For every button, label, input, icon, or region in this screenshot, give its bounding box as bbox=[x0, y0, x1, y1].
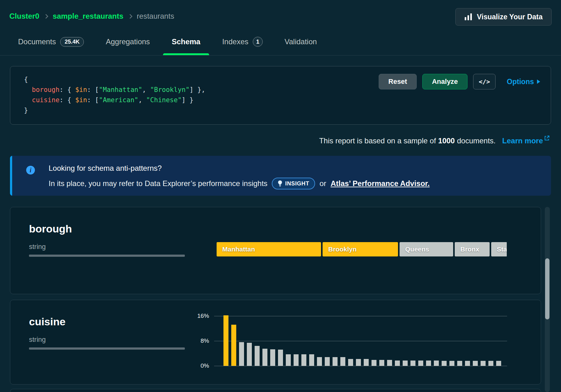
info-banner: i Looking for schema anti-patterns? In i… bbox=[10, 156, 551, 196]
cuisine-bar-33[interactable] bbox=[473, 361, 478, 366]
cuisine-bar-8[interactable] bbox=[278, 350, 283, 366]
cuisine-bar-36[interactable] bbox=[496, 361, 501, 366]
cuisine-bar-12[interactable] bbox=[309, 354, 314, 366]
chevron-right-icon bbox=[44, 14, 49, 19]
tab-documents[interactable]: Documents 25.4K bbox=[18, 37, 84, 55]
insight-badge[interactable]: INSIGHT bbox=[272, 178, 315, 189]
breadcrumb-database[interactable]: sample_restaurants bbox=[53, 12, 123, 21]
cuisine-bar-5[interactable] bbox=[255, 346, 260, 366]
tab-bar: Documents 25.4K Aggregations Schema Inde… bbox=[18, 37, 317, 55]
cuisine-bar-30[interactable] bbox=[449, 361, 454, 366]
sample-note-prefix: This report is based on a sample of bbox=[319, 136, 436, 145]
query-code[interactable]: { borough: { $in: ["Manhattan", "Brookly… bbox=[24, 74, 205, 116]
segment-label: Staten Island bbox=[491, 246, 507, 253]
cuisine-bar-20[interactable] bbox=[372, 360, 376, 366]
tab-aggregations[interactable]: Aggregations bbox=[106, 37, 150, 55]
tabs-divider bbox=[0, 55, 561, 55]
type-distribution-bar bbox=[29, 347, 185, 350]
learn-more-link[interactable]: Learn more bbox=[502, 136, 550, 145]
cuisine-bar-21[interactable] bbox=[379, 360, 384, 366]
bar-chart-icon bbox=[464, 13, 472, 21]
cuisine-bar-10[interactable] bbox=[294, 354, 299, 366]
analyze-button[interactable]: Analyze bbox=[422, 74, 467, 89]
banner-body: In its place, you may refer to Data Expl… bbox=[49, 179, 267, 188]
cuisine-bar-9[interactable] bbox=[286, 354, 291, 366]
banner-conjunction: or bbox=[319, 179, 326, 188]
caret-right-icon bbox=[537, 79, 540, 84]
cuisine-bar-chart: 16% 8% 0% bbox=[214, 316, 507, 366]
lightbulb-icon bbox=[278, 180, 282, 187]
field-name-borough: borough bbox=[29, 223, 72, 235]
cuisine-bar-27[interactable] bbox=[426, 361, 431, 366]
reset-button[interactable]: Reset bbox=[379, 74, 417, 89]
options-label: Options bbox=[507, 78, 534, 86]
banner-title: Looking for schema anti-patterns? bbox=[49, 164, 430, 173]
cuisine-bar-17[interactable] bbox=[348, 359, 353, 366]
cuisine-bar-28[interactable] bbox=[434, 361, 439, 366]
breadcrumb: Cluster0 sample_restaurants restaurants bbox=[9, 12, 174, 21]
cuisine-bar-34[interactable] bbox=[481, 361, 486, 366]
segment-label: Brooklyn bbox=[323, 246, 357, 253]
code-icon: </> bbox=[479, 78, 490, 85]
segment-queens[interactable]: Queens bbox=[400, 242, 453, 256]
cuisine-bar-13[interactable] bbox=[317, 357, 322, 366]
y-axis-label-8: 8% bbox=[190, 337, 209, 344]
cuisine-bar-24[interactable] bbox=[403, 361, 408, 366]
tab-schema-label: Schema bbox=[172, 37, 200, 46]
banner-text: Looking for schema anti-patterns? In its… bbox=[49, 164, 430, 189]
tab-indexes[interactable]: Indexes 1 bbox=[222, 37, 263, 55]
cuisine-bar-16[interactable] bbox=[340, 357, 345, 366]
field-type-borough[interactable]: string bbox=[29, 243, 46, 251]
tab-indexes-label: Indexes bbox=[222, 37, 248, 46]
cuisine-bar-6[interactable] bbox=[262, 349, 267, 366]
tab-schema[interactable]: Schema bbox=[172, 37, 200, 55]
breadcrumb-collection: restaurants bbox=[137, 12, 174, 21]
cuisine-bar-1[interactable] bbox=[223, 315, 228, 366]
scrollbar-thumb[interactable] bbox=[545, 258, 549, 319]
cuisine-bar-18[interactable] bbox=[356, 359, 361, 366]
cuisine-bar-26[interactable] bbox=[418, 361, 423, 366]
segment-bronx[interactable]: Bronx bbox=[455, 242, 490, 256]
code-toggle-button[interactable]: </> bbox=[473, 74, 496, 89]
cuisine-bar-15[interactable] bbox=[333, 357, 338, 366]
cuisine-bar-32[interactable] bbox=[465, 361, 470, 366]
field-type-cuisine[interactable]: string bbox=[29, 336, 46, 344]
cuisine-bar-29[interactable] bbox=[442, 361, 447, 366]
query-actions: Reset Analyze </> Options bbox=[379, 74, 542, 89]
segment-manhattan[interactable]: Manhattan bbox=[217, 242, 321, 256]
query-bar: { borough: { $in: ["Manhattan", "Brookly… bbox=[10, 66, 551, 125]
tab-validation-label: Validation bbox=[285, 37, 317, 46]
indexes-count-badge: 1 bbox=[253, 37, 263, 47]
y-axis-label-16: 16% bbox=[190, 313, 209, 319]
external-link-icon bbox=[544, 135, 550, 141]
sample-note: This report is based on a sample of 1000… bbox=[319, 136, 550, 145]
cuisine-bar-4[interactable] bbox=[247, 343, 252, 366]
banner-body-line: In its place, you may refer to Data Expl… bbox=[49, 178, 430, 189]
borough-stacked-bar: ManhattanBrooklynQueensBronxStaten Islan… bbox=[217, 242, 507, 256]
tab-validation[interactable]: Validation bbox=[285, 37, 317, 55]
cuisine-bar-31[interactable] bbox=[457, 361, 462, 366]
visualize-data-button[interactable]: Visualize Your Data bbox=[455, 8, 552, 26]
schema-field-borough: borough string ManhattanBrooklynQueensBr… bbox=[10, 207, 541, 294]
scrollbar[interactable] bbox=[545, 207, 550, 392]
breadcrumb-cluster[interactable]: Cluster0 bbox=[9, 12, 39, 21]
cuisine-bar-22[interactable] bbox=[387, 360, 392, 366]
cuisine-bar-14[interactable] bbox=[325, 357, 330, 366]
cuisine-bar-19[interactable] bbox=[364, 359, 369, 366]
cuisine-bar-7[interactable] bbox=[270, 349, 275, 366]
cuisine-bar-2[interactable] bbox=[231, 325, 236, 366]
field-name-cuisine: cuisine bbox=[29, 316, 65, 328]
cuisine-bar-25[interactable] bbox=[410, 361, 415, 366]
cuisine-bar-11[interactable] bbox=[301, 354, 306, 366]
segment-staten-island[interactable]: Staten Island bbox=[491, 242, 507, 256]
options-button[interactable]: Options bbox=[505, 77, 542, 86]
cuisine-bar-23[interactable] bbox=[395, 361, 400, 366]
cuisine-bar-3[interactable] bbox=[239, 342, 244, 366]
segment-brooklyn[interactable]: Brooklyn bbox=[323, 242, 398, 256]
visualize-data-label: Visualize Your Data bbox=[477, 13, 543, 21]
y-axis-label-0: 0% bbox=[190, 362, 209, 369]
info-icon: i bbox=[26, 166, 35, 174]
performance-advisor-link[interactable]: Atlas’ Performance Advisor. bbox=[331, 179, 430, 188]
cuisine-bar-35[interactable] bbox=[488, 361, 493, 366]
chevron-right-icon bbox=[128, 14, 133, 19]
